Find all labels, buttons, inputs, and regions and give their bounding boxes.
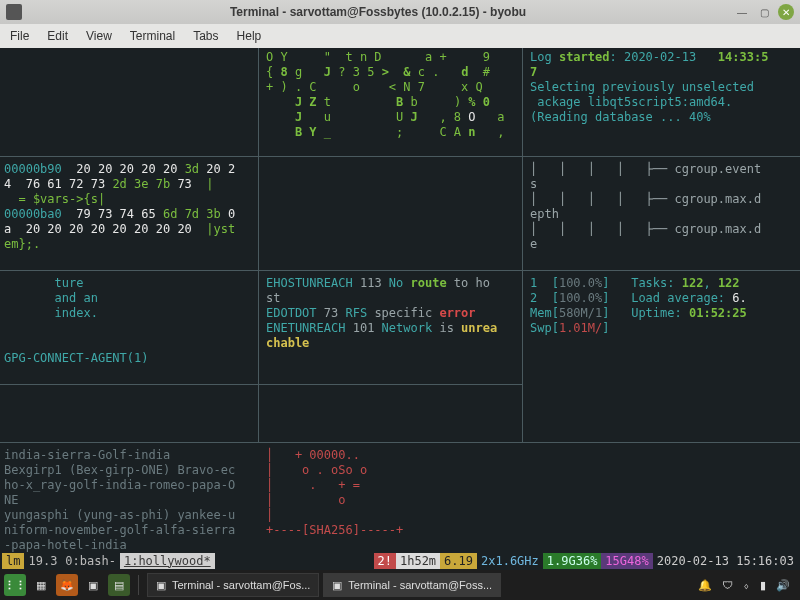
sb-session-bash[interactable]: 0:bash- [61, 553, 120, 569]
sb-cpu: 2x1.6GHz [481, 554, 539, 569]
pane-nato: india-sierra-Golf-india Bexgirp1 (Bex-gi… [0, 446, 256, 555]
taskbar-terminal-2[interactable]: ▣ Terminal - sarvottam@Foss... [323, 573, 501, 597]
sb-session-current[interactable]: 1:hollywood* [120, 553, 215, 569]
terminal-icon: ▣ [156, 579, 166, 592]
desktop-taskbar: ⋮⋮ ▦ 🦊 ▣ ▤ ▣ Terminal - sarvottam@Fos...… [0, 570, 800, 600]
byobu-statusbar: lm 19.3 0:bash- 1:hollywood* 2! 1h52m 6.… [0, 552, 800, 570]
volume-icon[interactable]: 🔊 [776, 579, 790, 592]
sb-alert: 2! [374, 553, 396, 569]
start-menu-icon[interactable]: ⋮⋮ [4, 574, 26, 596]
taskbar-terminal-1[interactable]: ▣ Terminal - sarvottam@Fos... [147, 573, 319, 597]
terminal-area[interactable]: O Y " t n D a + 9 { 8 g J ? 3 5 > & c . … [0, 48, 800, 570]
terminal-icon: ▣ [332, 579, 342, 592]
app-icon [6, 4, 22, 20]
pane-htop: 1 [100.0%] Tasks: 122, 122 2 [100.0%] Lo… [526, 274, 798, 338]
taskbar-label-1: Terminal - sarvottam@Fos... [172, 579, 310, 591]
sb-disk: 15G48% [601, 553, 652, 569]
system-tray: 🔔 🛡 ⬨ ▮ 🔊 [698, 579, 796, 592]
taskbar-separator [138, 575, 139, 595]
battery-icon[interactable]: ▮ [760, 579, 766, 592]
pane-errno: EHOSTUNREACH 113 No route to ho st EDOTD… [262, 274, 520, 353]
pane-man: ture and an index. GPG-CONNECT-AGENT(1) [0, 274, 256, 368]
menu-file[interactable]: File [10, 29, 29, 43]
sb-distro: lm [2, 553, 24, 569]
menubar: File Edit View Terminal Tabs Help [0, 24, 800, 48]
sb-mem: 1.9G36% [543, 553, 602, 569]
maximize-button[interactable]: ▢ [756, 4, 772, 20]
window-title: Terminal - sarvottam@Fossbytes (10.0.2.1… [28, 5, 728, 19]
network-icon[interactable]: ⬨ [743, 579, 750, 591]
menu-tabs[interactable]: Tabs [193, 29, 218, 43]
pane-sha: │ + 00000.. │ o . oSo o │ . + = │ o │ +-… [262, 446, 520, 540]
pane-hexdump: 00000b90 20 20 20 20 20 3d 20 2 4 76 61 … [0, 160, 256, 254]
notification-icon[interactable]: 🔔 [698, 579, 712, 592]
close-button[interactable]: ✕ [778, 4, 794, 20]
sb-version: 19.3 [24, 553, 61, 569]
menu-terminal[interactable]: Terminal [130, 29, 175, 43]
menu-edit[interactable]: Edit [47, 29, 68, 43]
window-titlebar: Terminal - sarvottam@Fossbytes (10.0.2.1… [0, 0, 800, 24]
menu-help[interactable]: Help [237, 29, 262, 43]
terminal-launcher-icon[interactable]: ▣ [82, 574, 104, 596]
menu-view[interactable]: View [86, 29, 112, 43]
show-desktop-icon[interactable]: ▦ [30, 574, 52, 596]
files-icon[interactable]: ▤ [108, 574, 130, 596]
sb-load: 6.19 [440, 553, 477, 569]
minimize-button[interactable]: — [734, 4, 750, 20]
pane-log: Log started: 2020-02-13 14:33:5 7 Select… [526, 48, 798, 127]
sb-uptime: 1h52m [396, 553, 440, 569]
pane-tree: │ │ │ │ ├── cgroup.event s │ │ │ │ ├── c… [526, 160, 798, 254]
sb-datetime: 2020-02-13 15:16:03 [653, 554, 798, 569]
shield-icon[interactable]: 🛡 [722, 579, 733, 591]
taskbar-label-2: Terminal - sarvottam@Foss... [348, 579, 492, 591]
pane-cmatrix: O Y " t n D a + 9 { 8 g J ? 3 5 > & c . … [262, 48, 520, 142]
firefox-icon[interactable]: 🦊 [56, 574, 78, 596]
